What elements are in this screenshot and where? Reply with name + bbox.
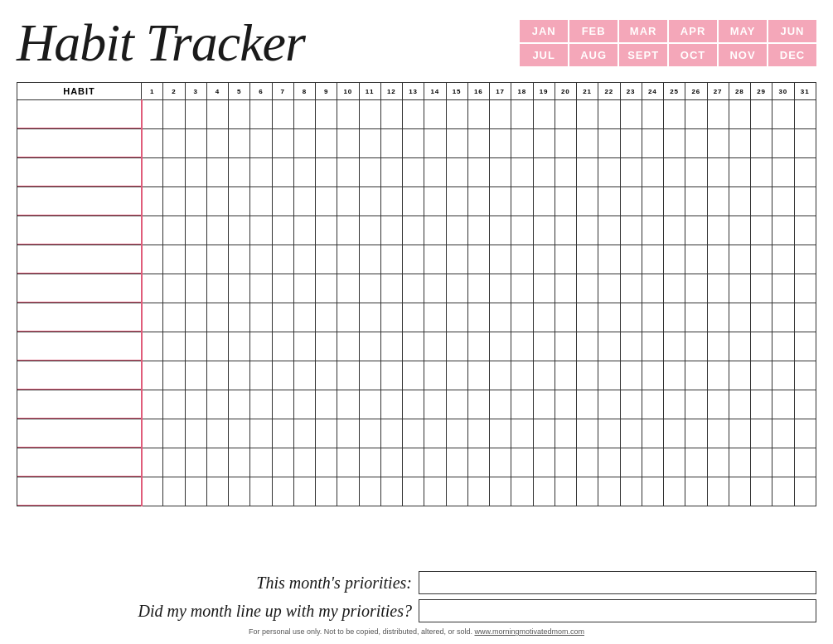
day-cell[interactable] [751,390,772,419]
day-cell[interactable] [293,129,315,158]
day-cell[interactable] [620,187,642,216]
day-cell[interactable] [424,419,446,448]
day-cell[interactable] [490,332,511,361]
day-cell[interactable] [142,100,163,129]
day-cell[interactable] [598,158,620,187]
day-cell[interactable] [772,274,794,303]
day-cell[interactable] [316,332,337,361]
day-cell[interactable] [380,129,402,158]
habit-cell[interactable] [17,477,142,506]
day-cell[interactable] [729,129,750,158]
day-cell[interactable] [359,419,380,448]
day-cell[interactable] [467,274,489,303]
day-cell[interactable] [163,245,185,274]
day-cell[interactable] [685,187,707,216]
day-cell[interactable] [794,303,816,332]
day-cell[interactable] [577,390,598,419]
priorities-input[interactable] [419,571,816,594]
day-cell[interactable] [707,158,729,187]
day-cell[interactable] [490,274,511,303]
day-cell[interactable] [185,274,206,303]
day-cell[interactable] [577,158,598,187]
day-cell[interactable] [229,187,250,216]
day-cell[interactable] [533,274,555,303]
day-cell[interactable] [555,245,576,274]
day-cell[interactable] [729,448,750,477]
habit-cell[interactable] [17,129,142,158]
day-cell[interactable] [577,100,598,129]
day-cell[interactable] [380,158,402,187]
day-cell[interactable] [729,158,750,187]
day-cell[interactable] [467,100,489,129]
day-cell[interactable] [685,303,707,332]
day-cell[interactable] [337,303,359,332]
day-cell[interactable] [446,187,467,216]
day-cell[interactable] [511,419,533,448]
day-cell[interactable] [555,390,576,419]
day-cell[interactable] [598,332,620,361]
month-cell-apr[interactable]: APR [669,20,717,42]
day-cell[interactable] [751,274,772,303]
day-cell[interactable] [337,129,359,158]
day-cell[interactable] [250,477,272,506]
day-cell[interactable] [142,303,163,332]
day-cell[interactable] [533,129,555,158]
day-cell[interactable] [794,332,816,361]
day-cell[interactable] [424,361,446,390]
day-cell[interactable] [337,390,359,419]
day-cell[interactable] [229,158,250,187]
day-cell[interactable] [555,274,576,303]
day-cell[interactable] [598,274,620,303]
day-cell[interactable] [794,419,816,448]
day-cell[interactable] [598,129,620,158]
day-cell[interactable] [467,332,489,361]
day-cell[interactable] [446,100,467,129]
day-cell[interactable] [250,332,272,361]
day-cell[interactable] [272,332,293,361]
day-cell[interactable] [206,216,228,245]
day-cell[interactable] [642,129,663,158]
day-cell[interactable] [206,187,228,216]
day-cell[interactable] [598,216,620,245]
day-cell[interactable] [511,245,533,274]
day-cell[interactable] [555,187,576,216]
day-cell[interactable] [424,216,446,245]
day-cell[interactable] [511,158,533,187]
day-cell[interactable] [751,419,772,448]
day-cell[interactable] [206,477,228,506]
day-cell[interactable] [729,390,750,419]
day-cell[interactable] [794,187,816,216]
day-cell[interactable] [620,216,642,245]
day-cell[interactable] [163,361,185,390]
day-cell[interactable] [337,448,359,477]
day-cell[interactable] [598,100,620,129]
day-cell[interactable] [490,216,511,245]
day-cell[interactable] [250,303,272,332]
day-cell[interactable] [533,448,555,477]
day-cell[interactable] [250,245,272,274]
day-cell[interactable] [229,129,250,158]
day-cell[interactable] [424,448,446,477]
day-cell[interactable] [316,419,337,448]
day-cell[interactable] [380,419,402,448]
day-cell[interactable] [403,419,424,448]
day-cell[interactable] [380,332,402,361]
day-cell[interactable] [293,477,315,506]
day-cell[interactable] [380,187,402,216]
day-cell[interactable] [337,477,359,506]
day-cell[interactable] [316,361,337,390]
day-cell[interactable] [163,390,185,419]
day-cell[interactable] [229,361,250,390]
day-cell[interactable] [185,419,206,448]
day-cell[interactable] [316,477,337,506]
day-cell[interactable] [577,477,598,506]
day-cell[interactable] [577,332,598,361]
day-cell[interactable] [272,245,293,274]
day-cell[interactable] [707,187,729,216]
day-cell[interactable] [685,245,707,274]
day-cell[interactable] [533,216,555,245]
day-cell[interactable] [446,390,467,419]
day-cell[interactable] [685,158,707,187]
day-cell[interactable] [729,361,750,390]
day-cell[interactable] [685,332,707,361]
